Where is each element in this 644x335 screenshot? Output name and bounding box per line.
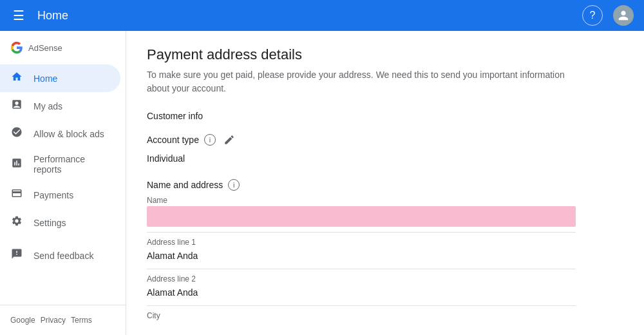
menu-icon[interactable]: ☰ (10, 5, 27, 26)
city-field: City (147, 311, 576, 335)
sidebar-item-home[interactable]: Home (0, 64, 120, 92)
sidebar-item-payments-label: Payments (33, 190, 73, 200)
city-input[interactable] (147, 321, 576, 335)
my-ads-icon (10, 99, 23, 113)
account-type-label: Account type (147, 135, 199, 145)
address-line1-label: Address line 1 (147, 238, 576, 247)
avatar[interactable] (613, 5, 634, 26)
footer-privacy-link[interactable]: Privacy (41, 316, 66, 325)
settings-icon (10, 215, 23, 230)
sidebar-item-my-ads[interactable]: My ads (0, 92, 120, 120)
sidebar-item-settings[interactable]: Settings (0, 209, 120, 236)
account-type-header: Account type i (147, 131, 576, 148)
address-line2-label: Address line 2 (147, 274, 576, 283)
sidebar-item-allow-block-label: Allow & block ads (33, 129, 104, 139)
sidebar-item-feedback-label: Send feedback (33, 251, 93, 261)
page-title: Payment address details (147, 46, 576, 63)
sidebar-item-performance-label: Performance reports (33, 154, 110, 175)
sidebar-footer: Google Privacy Terms (0, 305, 126, 335)
topbar: ☰ Home ? (0, 0, 644, 31)
footer-google-link[interactable]: Google (10, 316, 35, 325)
help-icon[interactable]: ? (582, 5, 603, 26)
google-logo-icon (10, 41, 23, 54)
sidebar-logo: AdSense (0, 36, 126, 64)
name-field: Name (147, 196, 576, 233)
home-icon (10, 71, 23, 86)
feedback-icon (10, 248, 23, 263)
account-type-value: Individual (147, 153, 576, 164)
customer-info-section-title: Customer info (147, 111, 576, 121)
city-label: City (147, 311, 576, 320)
address-line2-value: Alamat Anda (147, 285, 576, 300)
name-address-label: Name and address (147, 180, 223, 190)
sidebar-item-allow-block[interactable]: Allow & block ads (0, 120, 120, 148)
main-content: Payment address details To make sure you… (126, 31, 644, 335)
address-line2-field: Address line 2 Alamat Anda (147, 274, 576, 306)
sidebar-item-feedback[interactable]: Send feedback (0, 242, 120, 269)
sidebar-item-my-ads-label: My ads (33, 101, 62, 111)
account-type-section: Account type i Individual (147, 131, 576, 164)
name-input[interactable] (147, 206, 576, 227)
sidebar-item-performance[interactable]: Performance reports (0, 148, 120, 181)
address-line1-value: Alamat Anda (147, 248, 576, 263)
name-address-info-icon[interactable]: i (228, 179, 240, 191)
address-line1-field: Address line 1 Alamat Anda (147, 238, 576, 269)
sidebar-item-home-label: Home (33, 73, 57, 84)
page-description: To make sure you get paid, please provid… (147, 68, 576, 95)
footer-terms-link[interactable]: Terms (71, 316, 92, 325)
sidebar-item-settings-label: Settings (33, 218, 66, 228)
performance-icon (10, 157, 23, 172)
topbar-title: Home (37, 9, 68, 23)
adsense-label: AdSense (28, 43, 62, 53)
layout: AdSense Home My ads Allow & block ads Pe (0, 31, 644, 335)
allow-block-icon (10, 126, 23, 141)
account-type-info-icon[interactable]: i (204, 134, 216, 146)
account-type-edit-icon[interactable] (221, 131, 238, 148)
name-address-section: Name and address i Name Address line 1 A… (147, 179, 576, 335)
sidebar: AdSense Home My ads Allow & block ads Pe (0, 31, 126, 335)
name-address-header: Name and address i (147, 179, 576, 191)
name-label: Name (147, 196, 576, 205)
content-area: Payment address details To make sure you… (126, 31, 596, 335)
payments-icon (10, 187, 23, 202)
sidebar-item-payments[interactable]: Payments (0, 181, 120, 209)
